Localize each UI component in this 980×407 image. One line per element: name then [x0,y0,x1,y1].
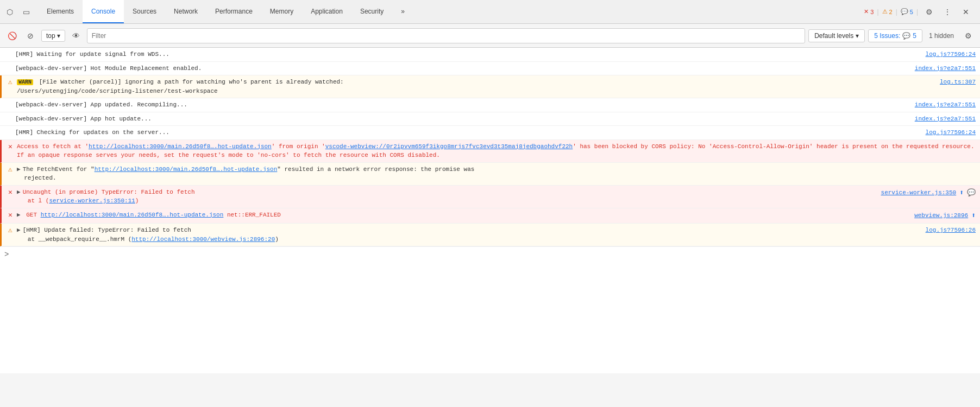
console-msg: ▶The FetchEvent for "http://localhost:30… [17,165,976,183]
badge-sep3: | [916,8,918,16]
badge-sep1: | [877,8,878,16]
eye-icon[interactable]: 👁 [68,28,84,43]
source-link[interactable]: log.js?7596:24 [926,50,976,59]
warning-row-icon: ⚠ [6,166,15,174]
tab-performance[interactable]: Performance [206,0,261,23]
warning-count: 2 [889,9,893,15]
origin-url-link[interactable]: vscode-webview://0r2ipvvm659f3ikgo8mrjs7… [325,143,573,150]
console-msg: [webpack-dev-server] Hot Module Replacem… [15,64,910,73]
tab-network[interactable]: Network [165,0,206,23]
issues-count: 5 [913,32,916,40]
error-x-icon: ✕ [864,8,869,15]
network-icon[interactable]: ⬆ [971,211,976,221]
source-link[interactable]: webview.js:2896 [914,211,968,220]
expand-icon[interactable]: ▶ [17,212,21,218]
console-row-warn-file-watcher: ⚠ WARN [File Watcher (parcel)] ignoring … [0,75,980,98]
levels-label: Default levels [814,32,853,40]
context-selector[interactable]: top ▾ [41,30,65,42]
source-link[interactable]: index.js?e2a7:551 [915,64,976,73]
tab-memory[interactable]: Memory [261,0,302,23]
console-row-app-hot-update: [webpack-dev-server] App hot update... i… [0,112,980,126]
error-count: 3 [870,9,874,15]
source-link[interactable]: log.ts:307 [940,78,976,87]
console-msg: [HMR] Checking for updates on the server… [15,128,921,137]
devtools-status-badges: ✕ 3 | ⚠ 2 | 💬 5 | ⚙ ⋮ ✕ [864,4,978,20]
issues-btn[interactable]: 5 Issues: 💬 5 [868,29,922,42]
error-row-icon: ✕ [6,188,15,197]
tab-sources[interactable]: Sources [124,0,165,23]
console-row-hmr-enabled: [webpack-dev-server] Hot Module Replacem… [0,62,980,76]
filter-icon[interactable]: ⊘ [23,28,38,43]
context-label: top [46,32,55,40]
feedback-icon[interactable]: 💬 [967,188,976,199]
console-msg: [HMR] Waiting for update signal from WDS… [15,50,921,59]
prompt-symbol: > [4,250,9,259]
source-link[interactable]: log.js?7596:26 [926,226,976,235]
tab-list: Elements Console Sources Network Perform… [38,0,864,23]
console-msg: [webpack-dev-server] App hot update... [15,115,910,124]
error-row-icon: ✕ [6,143,15,151]
console-row-hmr-waiting: [HMR] Waiting for update signal from WDS… [0,48,980,62]
hidden-settings-icon[interactable]: ⚙ [960,28,976,43]
hmr-source-link[interactable]: http://localhost:3000/webview.js:2896:20 [131,236,275,243]
warning-row-icon: ⚠ [6,78,15,87]
clear-console-icon[interactable]: 🚫 [4,28,20,43]
get-url-link[interactable]: http://localhost:3000/main.26d50f8….hot-… [41,212,224,218]
tab-application[interactable]: Application [302,0,351,23]
levels-chevron-icon: ▾ [856,32,859,40]
issues-chat-icon: 💬 [902,32,910,40]
warning-row-icon: ⚠ [6,226,15,235]
error-row-icon: ✕ [6,211,15,220]
error-badge[interactable]: ✕ 3 [864,8,874,15]
filter-input[interactable] [87,28,806,43]
console-msg: WARN [File Watcher (parcel)] ignoring a … [17,78,935,96]
console-prompt[interactable]: > [0,246,980,262]
tab-more[interactable]: » [392,0,413,23]
info-count: 5 [910,9,913,15]
console-row-hmr-checking: [HMR] Checking for updates on the server… [0,126,980,140]
chevron-down-icon: ▾ [57,32,60,40]
warning-badge[interactable]: ⚠ 2 [882,8,893,15]
network-icon[interactable]: ⬆ [959,188,964,199]
hidden-label: 1 hidden [926,30,957,42]
expand-icon[interactable]: ▶ [17,166,21,173]
uncaught-source-link[interactable]: service-worker.js:350:11 [49,198,135,204]
warning-triangle-icon: ⚠ [882,8,888,15]
console-row-uncaught-type-error: ✕ ▶Uncaught (in promise) TypeError: Fail… [0,186,980,208]
source-link[interactable]: index.js?e2a7:551 [915,115,976,124]
tab-elements[interactable]: Elements [38,0,83,23]
settings-icon[interactable]: ⚙ [921,4,937,20]
more-options-icon[interactable]: ⋮ [940,4,955,20]
warn-label: WARN [17,79,33,85]
devtools-tab-bar: ⬡ ▭ Elements Console Sources Network Per… [0,0,980,24]
source-link[interactable]: log.js?7596:24 [926,128,976,137]
tab-console[interactable]: Console [83,0,124,23]
console-msg: [webpack-dev-server] App updated. Recomp… [15,100,910,110]
info-chat-icon: 💬 [901,8,908,15]
badge-sep2: | [896,8,897,16]
fetch-event-url-link[interactable]: http://localhost:3000/main.26d50f8….hot-… [95,166,278,173]
issues-label: 5 Issues: [874,32,900,40]
tab-security[interactable]: Security [351,0,392,23]
source-link[interactable]: service-worker.js:350 [881,188,957,198]
close-icon[interactable]: ✕ [958,4,973,20]
console-msg: ▶[HMR] Update failed: TypeError: Failed … [17,226,921,244]
info-badge[interactable]: 💬 5 [901,8,913,15]
devtools-icons: ⬡ ▭ [2,4,38,20]
source-link[interactable]: index.js?e2a7:551 [915,100,976,110]
cursor-icon[interactable]: ⬡ [2,4,17,20]
console-output: [HMR] Waiting for update signal from WDS… [0,48,980,373]
cors-url-link[interactable]: http://localhost:3000/main.26d50f8….hot-… [89,143,272,150]
console-row-get-err-failed: ✕ ▶ GET http://localhost:3000/main.26d50… [0,208,980,224]
console-toolbar: 🚫 ⊘ top ▾ 👁 Default levels ▾ 5 Issues: 💬… [0,24,980,48]
default-levels-btn[interactable]: Default levels ▾ [808,29,865,42]
expand-icon[interactable]: ▶ [17,189,21,195]
console-row-hmr-update-failed: ⚠ ▶[HMR] Update failed: TypeError: Faile… [0,224,980,246]
console-msg: ▶Uncaught (in promise) TypeError: Failed… [17,188,872,206]
console-msg: Access to fetch at 'http://localhost:300… [17,142,976,160]
console-msg: ▶ GET http://localhost:3000/main.26d50f8… [17,211,906,220]
console-row-fetch-event-warning: ⚠ ▶The FetchEvent for "http://localhost:… [0,163,980,186]
console-row-cors-error: ✕ Access to fetch at 'http://localhost:3… [0,140,980,163]
expand-icon[interactable]: ▶ [17,227,21,233]
device-icon[interactable]: ▭ [18,4,34,20]
